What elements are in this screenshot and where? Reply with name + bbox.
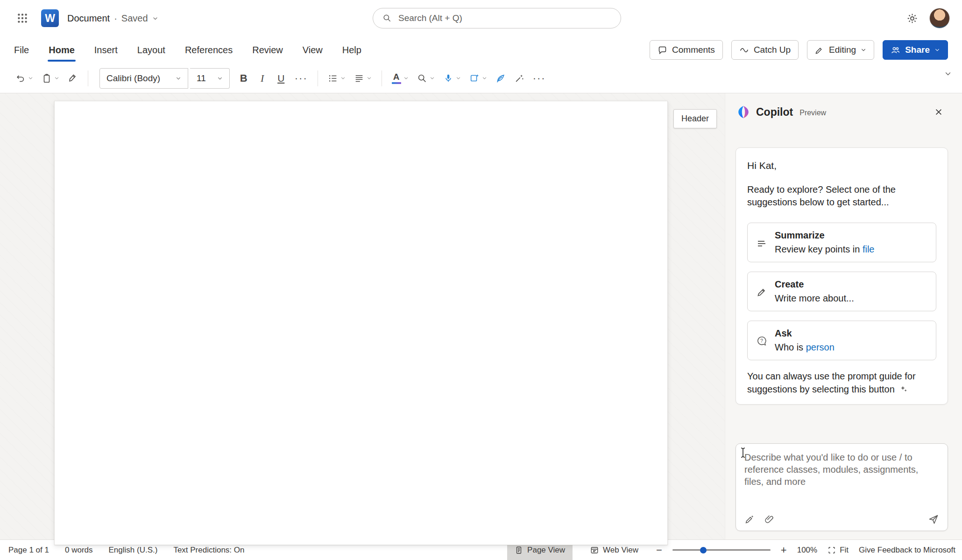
pencil-icon <box>815 45 824 55</box>
tab-home[interactable]: Home <box>49 36 75 63</box>
suggestion-summarize[interactable]: Summarize Review key points in file <box>747 223 936 262</box>
chevron-down-icon <box>430 76 435 81</box>
ribbon-actions: Comments Catch Up Editing <box>650 40 948 60</box>
close-icon <box>934 108 943 116</box>
undo-button[interactable] <box>12 68 36 89</box>
search-bar[interactable] <box>373 8 621 28</box>
person-link[interactable]: person <box>806 342 835 352</box>
bullet-list-button[interactable] <box>325 68 349 89</box>
more-dots-icon: ··· <box>533 72 546 84</box>
ribbon-collapse-button[interactable] <box>944 70 952 77</box>
suggestion-ask[interactable]: ? Ask Who is person <box>747 321 936 360</box>
file-link[interactable]: file <box>863 244 875 254</box>
more-commands-button[interactable]: ··· <box>530 68 549 89</box>
tab-view[interactable]: View <box>303 36 323 63</box>
underline-label: U <box>277 73 284 84</box>
chevron-down-icon <box>340 76 346 81</box>
quill-pen-icon <box>495 73 506 84</box>
copilot-prompt-input[interactable] <box>744 451 939 511</box>
attach-file-button[interactable] <box>764 514 774 525</box>
ribbon-tabs: File Home Insert Layout References Revie… <box>0 36 962 63</box>
tab-layout[interactable]: Layout <box>137 36 165 63</box>
copilot-greeting: Hi Kat, <box>747 160 936 171</box>
tab-review[interactable]: Review <box>252 36 283 63</box>
underline-button[interactable]: U <box>273 68 290 89</box>
catch-up-button[interactable]: Catch Up <box>731 40 799 60</box>
tab-file[interactable]: File <box>14 36 29 63</box>
page-view-icon <box>515 546 523 554</box>
format-painter-button[interactable] <box>64 68 81 89</box>
word-count[interactable]: 0 words <box>65 546 93 555</box>
web-view-icon <box>590 546 599 554</box>
magic-wand-icon <box>514 73 524 84</box>
main-area: Header <box>0 93 962 539</box>
designer-button[interactable] <box>466 68 490 89</box>
dictate-button[interactable] <box>440 68 464 89</box>
settings-button[interactable] <box>906 13 918 24</box>
font-color-button[interactable]: A <box>389 68 412 89</box>
document-title-menu[interactable]: Document · Saved <box>67 13 158 24</box>
suggestion-title: Ask <box>775 328 835 339</box>
fit-button[interactable]: Fit <box>828 546 849 555</box>
font-name-select[interactable]: Calibri (Body) <box>99 68 188 89</box>
bold-label: B <box>240 72 248 84</box>
text-predictions-status[interactable]: Text Predictions: On <box>173 546 244 555</box>
editor-button[interactable] <box>492 68 509 89</box>
editing-label: Editing <box>829 45 856 55</box>
tab-help[interactable]: Help <box>342 36 361 63</box>
magic-wand-button[interactable] <box>511 68 528 89</box>
send-button[interactable] <box>928 514 939 525</box>
gear-icon <box>906 13 918 24</box>
language-status[interactable]: English (U.S.) <box>109 546 158 555</box>
document-title: Document <box>67 13 110 24</box>
font-size-value: 11 <box>197 73 206 84</box>
suggestion-create[interactable]: Create Write more about... <box>747 272 936 311</box>
tab-insert[interactable]: Insert <box>94 36 118 63</box>
editing-mode-button[interactable]: Editing <box>807 40 874 60</box>
word-web-app: W Document · Saved <box>0 0 962 560</box>
bold-button[interactable]: B <box>235 68 252 89</box>
alignment-button[interactable] <box>351 68 375 89</box>
app-launcher-button[interactable] <box>12 8 33 28</box>
user-avatar[interactable] <box>929 8 950 28</box>
zoom-in-button[interactable]: + <box>781 544 787 556</box>
search-input[interactable] <box>398 13 611 23</box>
prompt-guide-button[interactable] <box>744 514 755 525</box>
zoom-level[interactable]: 100% <box>797 546 817 555</box>
suggestion-text-prefix: Who is <box>775 342 806 352</box>
more-font-options-button[interactable]: ··· <box>291 68 311 89</box>
chevron-down-icon <box>152 15 158 21</box>
paste-button[interactable] <box>38 68 63 89</box>
copilot-prompt-box[interactable] <box>736 443 948 531</box>
zoom-slider[interactable] <box>672 546 771 555</box>
create-pencil-icon <box>756 279 767 304</box>
close-copilot-button[interactable] <box>930 104 947 120</box>
comments-button[interactable]: Comments <box>650 40 723 60</box>
document-canvas: Header <box>0 93 725 539</box>
zoom-out-button[interactable]: − <box>656 544 662 556</box>
tab-references[interactable]: References <box>185 36 233 63</box>
word-logo[interactable]: W <box>41 9 59 27</box>
prompt-guide-note-text: You can always use the prompt guide for … <box>747 371 916 394</box>
share-button[interactable]: Share <box>883 40 948 60</box>
suggestion-text-prefix: Write more about... <box>775 293 854 303</box>
chevron-down-icon <box>403 76 409 81</box>
italic-button[interactable]: I <box>254 68 271 89</box>
page-count[interactable]: Page 1 of 1 <box>8 546 49 555</box>
prompt-actions <box>744 511 939 525</box>
copilot-logo-icon <box>736 105 750 119</box>
chevron-down-icon <box>54 76 59 81</box>
toolbar-divider <box>318 70 318 86</box>
find-button[interactable] <box>414 68 438 89</box>
ask-question-icon: ? <box>756 328 767 353</box>
document-page[interactable] <box>54 101 668 545</box>
zoom-thumb[interactable] <box>700 547 707 553</box>
font-size-select[interactable]: 11 <box>190 68 230 89</box>
undo-icon <box>15 73 26 84</box>
header-tab[interactable]: Header <box>673 109 717 128</box>
suggestion-text: Who is person <box>775 342 835 353</box>
feedback-link[interactable]: Give Feedback to Microsoft <box>859 546 955 555</box>
align-icon <box>354 73 364 84</box>
copilot-title: Copilot <box>756 106 793 119</box>
top-bar-right <box>906 8 950 28</box>
